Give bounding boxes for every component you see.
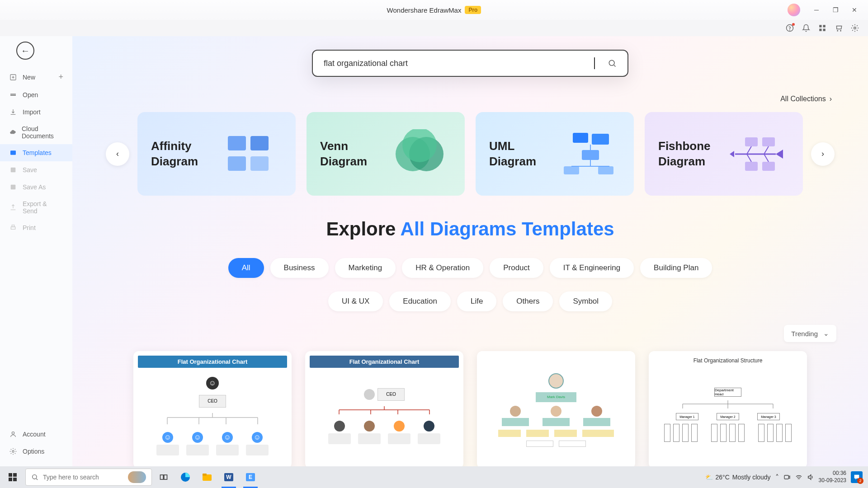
avatar[interactable] [788,4,800,16]
template-card-4[interactable]: Flat Organizational Structure Department… [649,351,807,466]
svg-rect-5 [823,29,826,31]
svg-rect-14 [11,185,16,190]
filter-all[interactable]: All [228,258,264,278]
search-input[interactable] [324,59,590,68]
explore-pre: Explore [326,218,400,239]
help-icon[interactable] [785,23,795,33]
task-view-icon[interactable] [154,466,174,488]
svg-rect-11 [10,95,16,96]
filter-education[interactable]: Education [389,291,451,311]
svg-marker-32 [776,150,783,159]
svg-rect-20 [228,136,246,150]
ceo-box: CEO [377,388,405,401]
sidebar-item-account[interactable]: Account [0,426,72,443]
filter-building[interactable]: Building Plan [640,258,712,278]
plus-icon[interactable]: + [58,72,63,82]
sidebar-item-label: Save As [23,183,46,191]
explore-highlighted: All Diagrams Templates [401,218,614,239]
svg-point-19 [609,60,614,66]
fishbone-diagram-icon [726,127,789,181]
sidebar-item-import[interactable]: Import [0,103,72,121]
filter-it[interactable]: IT & Engineering [550,258,634,278]
filter-symbol[interactable]: Symbol [559,291,612,311]
taskbar-edraw-icon[interactable]: E [241,466,260,488]
tray-wifi-icon[interactable] [795,474,802,481]
minimize-button[interactable]: ─ [808,4,825,16]
svg-rect-48 [784,475,788,479]
svg-rect-16 [12,225,14,227]
svg-rect-36 [762,162,775,171]
svg-rect-27 [573,133,588,143]
ceo-box: CEO [199,395,226,408]
template-card-1[interactable]: Flat Organizational Chart ☺ CEO ☺ ☺ ☺ ☺ [133,351,292,466]
taskbar-clock[interactable]: 00:36 30-09-2023 [819,470,846,484]
options-gear-icon [9,447,17,455]
svg-point-7 [840,30,841,31]
sidebar-item-print: Print [0,219,72,236]
sort-select[interactable]: Trending ⌄ [784,325,836,342]
maximize-button[interactable]: ❐ [827,4,844,16]
sidebar-item-saveas: Save As [0,178,72,196]
filter-hr[interactable]: HR & Operation [402,258,483,278]
svg-rect-21 [250,136,269,150]
filter-marketing[interactable]: Marketing [335,258,396,278]
chevron-down-icon: ⌄ [823,329,829,338]
filter-uiux[interactable]: UI & UX [328,291,383,311]
sidebar-item-label: Save [23,166,37,174]
svg-rect-33 [745,137,758,146]
svg-rect-31 [598,166,613,174]
start-button[interactable] [2,466,24,488]
cart-icon[interactable] [834,23,844,33]
category-card-venn[interactable]: Venn Diagram [307,112,465,196]
sidebar-item-options[interactable]: Options [0,443,72,460]
sidebar-item-templates[interactable]: Templates [0,144,72,161]
bell-icon[interactable] [801,23,811,33]
all-collections-link[interactable]: All Collections › [780,95,832,103]
filter-product[interactable]: Product [490,258,543,278]
taskbar-explorer-icon[interactable] [197,466,217,488]
notification-center-icon[interactable]: 2 [851,471,863,483]
taskbar-search[interactable] [25,469,152,486]
tray-volume-icon[interactable] [807,474,814,481]
weather-temp: 26°C [716,474,730,481]
filter-others[interactable]: Others [503,291,553,311]
category-card-uml[interactable]: UML Diagram [476,112,634,196]
sidebar-item-new[interactable]: New + [0,68,72,86]
svg-point-17 [12,432,14,434]
category-card-affinity[interactable]: Affinity Diagram [137,112,296,196]
tray-expand-icon[interactable]: ˄ [775,473,779,482]
cloud-icon [9,128,16,136]
thumb-header: Flat Organizational Chart [310,356,459,368]
carousel-next-button[interactable]: › [811,142,835,166]
sidebar-item-cloud[interactable]: Cloud Documents [0,121,72,144]
svg-rect-2 [819,25,821,27]
sidebar-item-save: Save [0,161,72,178]
filter-life[interactable]: Life [457,291,496,311]
svg-rect-40 [164,475,167,479]
plus-square-icon [9,73,17,81]
svg-rect-30 [564,166,579,174]
svg-point-18 [12,450,14,452]
weather-widget[interactable]: ⛅ 26°C Mostly cloudy [705,474,771,481]
all-collections-label: All Collections [780,95,826,103]
search-icon[interactable] [608,59,617,68]
tray-meet-icon[interactable] [783,474,791,481]
taskbar-word-icon[interactable]: W [219,466,239,488]
svg-rect-35 [745,162,758,171]
close-button[interactable]: ✕ [846,4,863,16]
back-button[interactable]: ← [16,42,34,60]
taskbar-edge-icon[interactable] [175,466,195,488]
gear-icon[interactable] [850,23,860,33]
venn-diagram-icon [388,127,451,181]
svg-rect-29 [582,150,599,160]
template-card-3[interactable]: Mark Davis [477,351,635,466]
grid-icon[interactable] [817,23,827,33]
search-box[interactable] [312,50,628,77]
account-icon [9,430,17,438]
filter-business[interactable]: Business [270,258,329,278]
template-card-2[interactable]: Flat Organizational Chart CEO [305,351,463,466]
category-card-fishbone[interactable]: Fishbone Diagram [645,112,803,196]
sidebar-item-open[interactable]: Open [0,86,72,103]
taskbar-search-input[interactable] [43,474,123,481]
carousel-prev-button[interactable]: ‹ [106,142,129,166]
